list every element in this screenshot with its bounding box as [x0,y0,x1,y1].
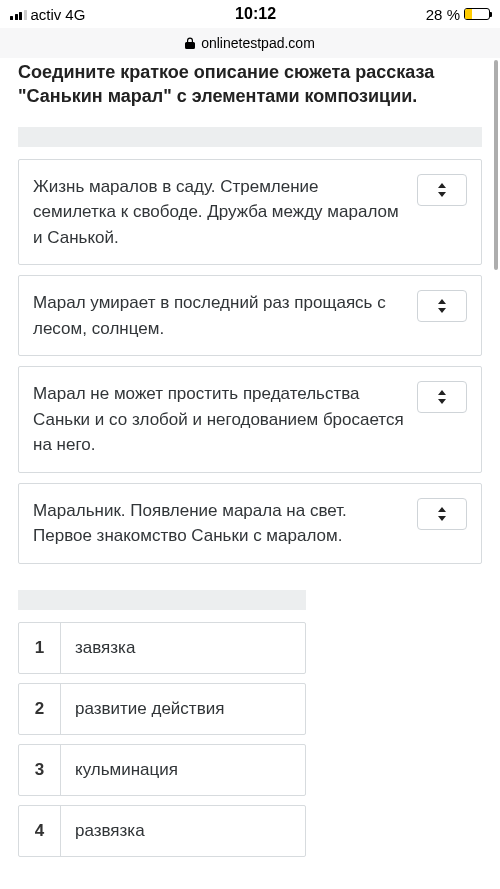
match-item: Жизнь маралов в саду. Стремление семилет… [18,159,482,266]
sort-icon [437,507,447,521]
answer-number: 3 [19,745,61,795]
match-item: Марал не может простить предательства Са… [18,366,482,473]
section-divider [18,590,306,610]
network-label: 4G [65,6,85,23]
answer-option: 2 развитие действия [18,683,306,735]
answer-label: завязка [61,623,305,673]
battery-percent: 28 % [426,6,460,23]
section-divider [18,127,482,147]
answer-number: 1 [19,623,61,673]
scrollbar-thumb[interactable] [494,60,498,270]
match-select[interactable] [417,498,467,530]
carrier-label: activ [31,6,62,23]
clock: 10:12 [235,5,276,23]
match-item: Марал умирает в последний раз прощаясь с… [18,275,482,356]
question-title: Соедините краткое описание сюжета расска… [18,60,482,109]
match-item-text: Жизнь маралов в саду. Стремление семилет… [33,174,405,251]
match-select[interactable] [417,381,467,413]
status-right: 28 % [426,6,490,23]
match-item-text: Марал умирает в последний раз прощаясь с… [33,290,405,341]
answer-label: кульминация [61,745,305,795]
lock-icon [185,37,195,49]
signal-bars-icon [10,8,27,20]
sort-icon [437,183,447,197]
browser-url-bar[interactable]: onlinetestpad.com [0,28,500,58]
match-item-text: Марал не может простить предательства Са… [33,381,405,458]
answer-number: 4 [19,806,61,856]
match-item: Маральник. Появление марала на свет. Пер… [18,483,482,564]
answer-option: 4 развязка [18,805,306,857]
status-bar: activ 4G 10:12 28 % [0,0,500,28]
answer-label: развитие действия [61,684,305,734]
battery-icon [464,8,490,20]
answer-option: 3 кульминация [18,744,306,796]
answer-number: 2 [19,684,61,734]
match-item-text: Маральник. Появление марала на свет. Пер… [33,498,405,549]
answer-option: 1 завязка [18,622,306,674]
match-select[interactable] [417,174,467,206]
sort-icon [437,299,447,313]
answer-label: развязка [61,806,305,856]
status-left: activ 4G [10,6,85,23]
content-area: Соедините краткое описание сюжета расска… [0,58,500,889]
url-text: onlinetestpad.com [201,35,315,51]
sort-icon [437,390,447,404]
match-select[interactable] [417,290,467,322]
